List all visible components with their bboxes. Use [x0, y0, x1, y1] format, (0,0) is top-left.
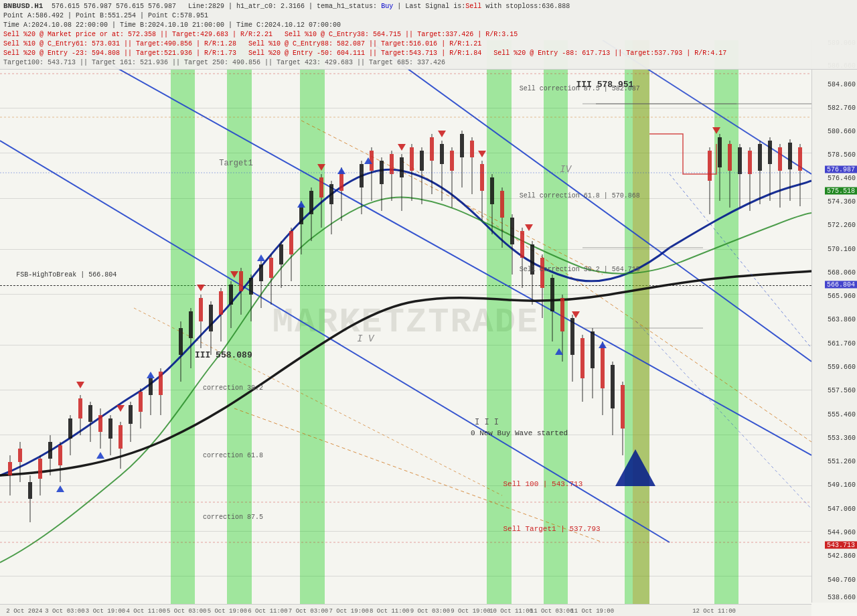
- svg-rect-120: [550, 278, 554, 311]
- svg-rect-124: [570, 318, 574, 355]
- svg-marker-167: [96, 452, 104, 459]
- svg-rect-114: [520, 231, 524, 258]
- time-2: 3 Oct 03:00: [45, 608, 84, 615]
- svg-rect-34: [98, 415, 102, 432]
- svg-rect-102: [460, 134, 464, 157]
- svg-rect-70: [289, 231, 293, 254]
- svg-rect-94: [420, 151, 424, 171]
- price-578: 578.560: [828, 151, 856, 158]
- svg-rect-108: [490, 177, 494, 204]
- price-576: 576.460: [828, 174, 856, 181]
- svg-rect-22: [38, 459, 42, 479]
- svg-marker-174: [599, 341, 607, 348]
- roman-iv-label-2: IV: [560, 164, 571, 175]
- price-538: 538.660: [828, 593, 856, 601]
- svg-rect-38: [119, 425, 123, 449]
- chart-container: BNBUSD.H1 576.615 576.987 576.615 576.98…: [0, 0, 857, 616]
- time-6: 5 Oct 19:00: [208, 608, 247, 615]
- svg-rect-126: [580, 338, 585, 378]
- correction-38-label: correction 38.2: [203, 384, 263, 392]
- svg-rect-56: [219, 291, 223, 315]
- svg-rect-132: [611, 365, 615, 408]
- svg-rect-78: [329, 184, 333, 204]
- svg-rect-106: [480, 164, 484, 191]
- svg-rect-62: [249, 278, 253, 295]
- svg-marker-160: [398, 144, 406, 151]
- svg-rect-152: [788, 143, 792, 169]
- svg-rect-134: [621, 385, 625, 429]
- price-fsb: 566.804: [825, 281, 857, 289]
- time-4: 4 Oct 11:00: [126, 608, 165, 615]
- svg-marker-163: [525, 224, 533, 231]
- time-13: 10 Oct 11:00: [489, 608, 533, 615]
- svg-rect-104: [470, 141, 474, 157]
- sell-100-label: Sell 100 | 543.713: [503, 480, 582, 488]
- roman-iv-label-1: I V: [357, 333, 374, 344]
- svg-marker-179: [615, 449, 655, 486]
- price-565: 565.960: [828, 293, 856, 300]
- svg-rect-64: [259, 264, 263, 281]
- svg-rect-58: [229, 285, 233, 305]
- svg-rect-144: [748, 151, 752, 174]
- price-575: 575.518: [825, 187, 857, 195]
- time-3: 3 Oct 19:00: [86, 608, 125, 615]
- svg-rect-122: [560, 298, 564, 331]
- svg-marker-166: [56, 485, 64, 492]
- svg-rect-128: [591, 331, 595, 368]
- correction-87-label: correction 87.5: [203, 514, 263, 521]
- target1-label: Target1: [219, 159, 252, 168]
- wave-arrow: [609, 446, 662, 486]
- svg-rect-110: [500, 191, 504, 218]
- time-10: 8 Oct 11:00: [370, 608, 409, 615]
- price-540: 540.760: [828, 576, 856, 583]
- time-14: 11 Oct 03:00: [530, 608, 574, 615]
- svg-marker-155: [76, 382, 84, 388]
- time-axis: 2 Oct 2024 3 Oct 03:00 3 Oct 19:00 4 Oct…: [0, 604, 811, 616]
- svg-marker-161: [438, 131, 446, 137]
- svg-rect-20: [28, 482, 32, 499]
- price-568: 568.060: [828, 268, 856, 276]
- svg-marker-164: [572, 311, 580, 318]
- chart-svg: [0, 40, 811, 604]
- svg-marker-158: [230, 271, 238, 278]
- svg-rect-90: [400, 157, 404, 177]
- svg-rect-46: [159, 372, 163, 395]
- svg-rect-36: [108, 418, 112, 439]
- price-574: 574.360: [828, 198, 856, 206]
- sell-correction-87-label: Sell correction 87.5 | 582.087: [520, 85, 640, 92]
- svg-rect-96: [430, 137, 434, 161]
- price-561: 561.760: [828, 339, 856, 347]
- svg-rect-66: [269, 258, 273, 278]
- time-5: 5 Oct 03:00: [167, 608, 206, 615]
- svg-rect-82: [360, 164, 364, 187]
- price-557: 557.560: [828, 387, 856, 394]
- svg-rect-146: [758, 144, 762, 171]
- signal-line-2: Sell %10 @ C_Entry61: 573.031 || Target:…: [3, 40, 854, 49]
- sell-correction-61-label: Sell correction 61.8 | 570.868: [520, 192, 640, 200]
- svg-rect-40: [129, 405, 133, 424]
- wave-label: 0 New Buy Wave started: [471, 429, 568, 437]
- svg-rect-88: [390, 154, 394, 174]
- price-543: 543.713: [825, 542, 857, 549]
- svg-rect-136: [708, 151, 712, 181]
- wave-iii-markers: I I I: [475, 418, 499, 427]
- svg-rect-112: [510, 218, 514, 244]
- svg-marker-159: [317, 164, 325, 171]
- svg-marker-156: [116, 405, 125, 412]
- price-559: 559.660: [828, 364, 856, 371]
- svg-rect-142: [738, 147, 742, 174]
- price-current: 576.987: [825, 166, 857, 173]
- svg-rect-32: [88, 405, 92, 422]
- price-scale: 589.060 586.660 584.860 582.760 580.660 …: [811, 40, 857, 603]
- sell-correction-38-label: Sell correction 38.2 | 564.715: [520, 266, 640, 273]
- svg-rect-28: [68, 418, 72, 439]
- svg-rect-50: [189, 311, 193, 338]
- svg-rect-52: [199, 298, 203, 321]
- svg-rect-98: [440, 144, 444, 164]
- sell-target1-label: Sell Target1 | 537.793: [503, 525, 600, 533]
- svg-rect-140: [728, 144, 732, 171]
- time-16: 12 Oct 11:00: [692, 608, 736, 615]
- price-558-label: III 558.089: [195, 350, 252, 360]
- svg-rect-76: [319, 177, 323, 198]
- price-584: 584.860: [828, 80, 856, 88]
